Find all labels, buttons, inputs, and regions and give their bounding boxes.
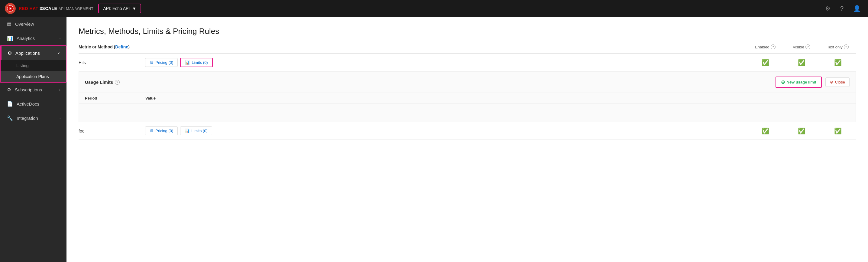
chevron-down-icon: ▼ [132, 6, 136, 11]
visible-help-icon[interactable]: ? [805, 45, 810, 49]
textonly-check-hits: ✅ [819, 59, 856, 66]
main-layout: ▤ Overview 📊 Analytics › ⚙ Applications … [0, 17, 868, 262]
enabled-help-icon[interactable]: ? [771, 45, 776, 49]
usage-limits-actions: ⊕ New usage limit ⊗ Close [776, 77, 850, 88]
analytics-icon: 📊 [7, 35, 13, 41]
col-period: Period [85, 96, 145, 100]
usage-limits-section: Usage Limits ? ⊕ New usage limit ⊗ Close… [79, 72, 856, 122]
limits-bar-icon: 📊 [185, 128, 189, 133]
sidebar-item-label: Integration [17, 116, 38, 121]
settings-icon[interactable]: ⚙ [823, 4, 833, 13]
sidebar-item-label: Subscriptions [15, 87, 42, 92]
define-link[interactable]: Define [115, 45, 128, 49]
sidebar-subitem-listing[interactable]: Listing [1, 60, 66, 71]
row-actions-foo: 🖥 Pricing (0) 📊 Limits (0) [145, 126, 747, 135]
table-row: foo 🖥 Pricing (0) 📊 Limits (0) ✅ ✅ ✅ [79, 122, 856, 140]
overview-icon: ▤ [7, 21, 11, 27]
col-value: Value [145, 96, 849, 100]
sidebar: ▤ Overview 📊 Analytics › ⚙ Applications … [0, 17, 66, 262]
sidebar-item-label: Applications [16, 51, 40, 56]
textonly-help-icon[interactable]: ? [844, 45, 849, 49]
logo-subtext: API MANAGEMENT [59, 7, 94, 11]
applications-submenu: Listing Application Plans [1, 60, 66, 82]
usage-limits-title: Usage Limits ? [85, 80, 120, 85]
chevron-down-icon: ∨ [57, 51, 60, 55]
logo-text: RED HAT 3SCALE API MANAGEMENT [19, 6, 93, 11]
logo-icon [5, 3, 16, 14]
table-header: Metric or Method (Define) Enabled ? Visi… [79, 45, 856, 54]
table-row: Hits 🖥 Pricing (0) 📊 Limits (0) ✅ ✅ ✅ [79, 54, 856, 72]
check-circle-icon: ✅ [834, 128, 842, 134]
check-circle-icon: ✅ [798, 59, 805, 66]
pricing-chart-icon: 🖥 [150, 60, 154, 65]
metric-name-hits: Hits [79, 60, 145, 65]
pricing-button-hits[interactable]: 🖥 Pricing (0) [145, 58, 178, 67]
sidebar-item-subscriptions[interactable]: ⚙ Subscriptions › [0, 83, 66, 97]
col-header-textonly: Text only ? [819, 45, 856, 49]
sidebar-item-label: Analytics [17, 36, 35, 41]
api-selector-button[interactable]: API: Echo API ▼ [98, 4, 141, 13]
activedocs-icon: 📄 [7, 101, 13, 107]
close-icon: ⊗ [830, 80, 833, 84]
check-circle-icon: ✅ [762, 59, 769, 66]
applications-icon: ⚙ [7, 50, 12, 56]
sidebar-item-label: ActiveDocs [17, 101, 39, 107]
plus-icon: ⊕ [781, 79, 785, 85]
row-actions-hits: 🖥 Pricing (0) 📊 Limits (0) [145, 58, 747, 67]
check-circle-icon: ✅ [762, 128, 769, 134]
col-header-metric: Metric or Method (Define) [79, 45, 145, 49]
api-selector-label: API: Echo API [103, 6, 130, 11]
new-usage-limit-button[interactable]: ⊕ New usage limit [776, 77, 822, 88]
usage-limits-header: Usage Limits ? ⊕ New usage limit ⊗ Close [79, 72, 856, 93]
metric-name-foo: foo [79, 128, 145, 134]
usage-limits-table-header: Period Value [79, 93, 856, 104]
usage-limits-help-icon[interactable]: ? [115, 80, 120, 85]
textonly-check-foo: ✅ [819, 127, 856, 135]
chevron-right-icon: › [59, 88, 60, 92]
sidebar-item-overview[interactable]: ▤ Overview [0, 17, 66, 31]
logo-area: RED HAT 3SCALE API MANAGEMENT [5, 3, 93, 14]
close-button[interactable]: ⊗ Close [826, 78, 849, 87]
sidebar-item-applications[interactable]: ⚙ Applications ∨ [1, 46, 66, 60]
page-title: Metrics, Methods, Limits & Pricing Rules [79, 27, 856, 36]
sidebar-item-activedocs[interactable]: 📄 ActiveDocs [0, 97, 66, 111]
pricing-chart-icon: 🖥 [150, 128, 154, 133]
user-icon[interactable]: 👤 [851, 4, 863, 13]
chevron-right-icon: › [59, 37, 60, 40]
visible-check-foo: ✅ [783, 127, 819, 135]
pricing-button-foo[interactable]: 🖥 Pricing (0) [145, 126, 178, 135]
applications-wrapper: ⚙ Applications ∨ Listing Application Pla… [0, 46, 66, 83]
subscriptions-icon: ⚙ [7, 87, 11, 93]
help-icon[interactable]: ? [838, 4, 846, 13]
top-nav: RED HAT 3SCALE API MANAGEMENT API: Echo … [0, 0, 868, 17]
integration-icon: 🔧 [7, 115, 13, 121]
enabled-check-foo: ✅ [747, 127, 783, 135]
col-header-enabled: Enabled ? [747, 45, 783, 49]
sidebar-item-label: Overview [15, 22, 34, 27]
main-content: Metrics, Methods, Limits & Pricing Rules… [66, 17, 868, 262]
visible-check-hits: ✅ [783, 59, 819, 66]
enabled-check-hits: ✅ [747, 59, 783, 66]
col-header-visible: Visible ? [783, 45, 819, 49]
sidebar-subitem-application-plans[interactable]: Application Plans [1, 71, 66, 82]
usage-limits-empty [79, 104, 856, 122]
limits-button-foo[interactable]: 📊 Limits (0) [180, 126, 212, 135]
sidebar-item-integration[interactable]: 🔧 Integration › [0, 111, 66, 125]
limits-bar-icon: 📊 [185, 60, 190, 65]
check-circle-icon: ✅ [798, 128, 805, 134]
sidebar-item-analytics[interactable]: 📊 Analytics › [0, 31, 66, 46]
limits-button-hits[interactable]: 📊 Limits (0) [180, 58, 213, 67]
svg-point-2 [10, 8, 11, 9]
chevron-right-icon: › [59, 116, 60, 120]
check-circle-icon: ✅ [834, 59, 842, 66]
